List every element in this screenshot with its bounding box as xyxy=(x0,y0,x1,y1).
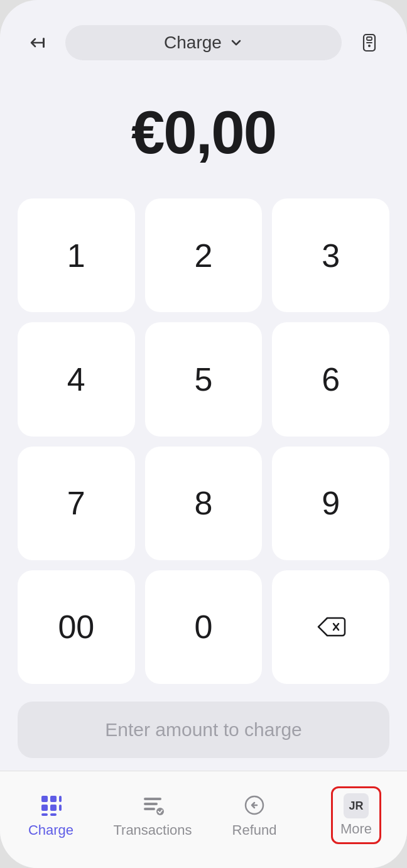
nav-refund[interactable]: Refund xyxy=(204,787,305,844)
card-reader-icon xyxy=(359,32,380,53)
key-1[interactable]: 1 xyxy=(18,198,135,312)
key-4[interactable]: 4 xyxy=(18,322,135,436)
transactions-nav-label: Transactions xyxy=(113,822,192,838)
more-nav-label: More xyxy=(340,821,372,837)
dropdown-label: Charge xyxy=(164,33,222,53)
grid-icon xyxy=(38,793,63,818)
transactions-nav-icon xyxy=(139,792,166,818)
svg-rect-9 xyxy=(59,796,62,802)
more-wrapper: JR More xyxy=(331,786,381,844)
amount-value: €0,00 xyxy=(131,99,276,166)
charge-nav-label: Charge xyxy=(28,822,73,838)
svg-rect-0 xyxy=(43,38,45,48)
bottom-nav: Charge Transactions Refun xyxy=(0,771,407,868)
chevron-down-icon xyxy=(229,36,243,50)
header: Charge xyxy=(0,0,407,73)
key-0[interactable]: 0 xyxy=(145,570,263,684)
svg-rect-5 xyxy=(41,796,48,802)
refund-icon xyxy=(242,793,267,818)
backspace-icon xyxy=(316,616,346,638)
transactions-icon xyxy=(140,793,165,818)
key-5[interactable]: 5 xyxy=(145,322,263,436)
svg-point-3 xyxy=(368,45,371,47)
svg-rect-10 xyxy=(59,805,62,811)
svg-rect-12 xyxy=(50,813,57,816)
key-2[interactable]: 2 xyxy=(145,198,263,312)
key-8[interactable]: 8 xyxy=(145,447,263,560)
charge-nav-icon xyxy=(38,792,64,818)
key-backspace[interactable] xyxy=(272,570,389,684)
key-9[interactable]: 9 xyxy=(272,447,389,560)
charge-dropdown[interactable]: Charge xyxy=(65,25,342,60)
svg-rect-11 xyxy=(41,813,48,816)
refund-nav-label: Refund xyxy=(232,822,277,838)
key-6[interactable]: 6 xyxy=(272,322,389,436)
svg-rect-13 xyxy=(144,798,161,800)
nav-transactions[interactable]: Transactions xyxy=(102,787,204,844)
key-00[interactable]: 00 xyxy=(18,570,135,684)
svg-point-16 xyxy=(156,808,164,815)
user-avatar: JR xyxy=(344,793,369,818)
svg-rect-2 xyxy=(367,37,372,40)
card-reader-button[interactable] xyxy=(352,25,387,60)
amount-display: €0,00 xyxy=(0,73,407,198)
enter-amount-button[interactable]: Enter amount to charge xyxy=(18,702,389,758)
charge-button-container: Enter amount to charge xyxy=(0,684,407,771)
back-button[interactable] xyxy=(20,25,55,60)
key-3[interactable]: 3 xyxy=(272,198,389,312)
svg-rect-7 xyxy=(41,805,48,811)
svg-rect-6 xyxy=(50,796,57,802)
nav-more[interactable]: JR More xyxy=(305,781,407,849)
svg-rect-15 xyxy=(144,808,155,810)
key-7[interactable]: 7 xyxy=(18,447,135,560)
phone-container: Charge €0,00 1 2 3 4 5 6 7 8 9 00 0 xyxy=(0,0,407,868)
svg-rect-14 xyxy=(144,803,158,805)
svg-rect-8 xyxy=(50,805,57,811)
keypad: 1 2 3 4 5 6 7 8 9 00 0 xyxy=(0,198,407,684)
nav-charge[interactable]: Charge xyxy=(0,787,102,844)
refund-nav-icon xyxy=(241,792,268,818)
